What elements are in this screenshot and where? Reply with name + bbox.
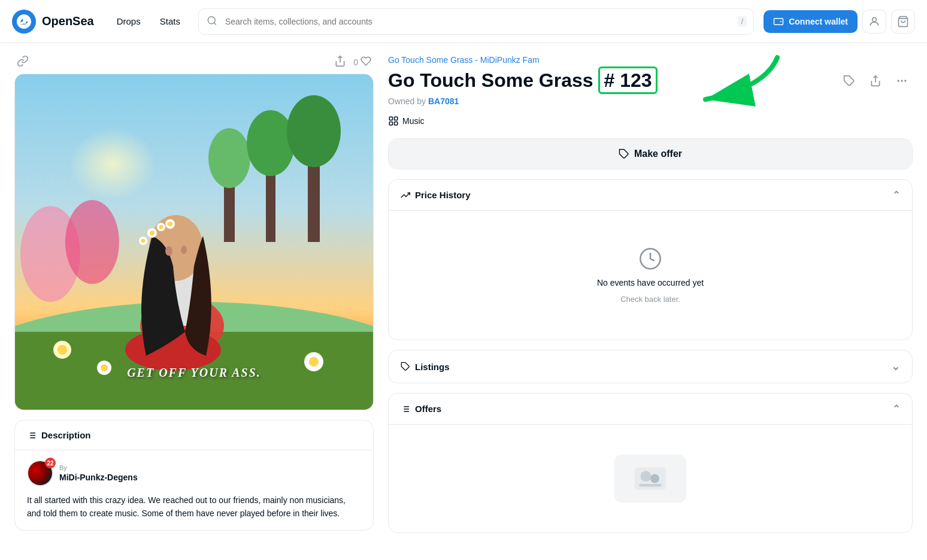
svg-rect-55 (389, 122, 392, 125)
svg-point-52 (904, 80, 906, 81)
item-number: # 123 (598, 66, 657, 94)
offers-icon (401, 404, 410, 414)
svg-point-12 (247, 110, 295, 176)
owned-row: Owned by BA7081 (388, 96, 913, 106)
item-title: Go Touch Some Grass # 123 (388, 69, 658, 92)
title-wrapper: Go Touch Some Grass # 123 (388, 69, 658, 92)
svg-point-40 (181, 246, 187, 254)
offers-section: Offers (388, 393, 913, 533)
svg-rect-69 (639, 484, 662, 487)
offers-label: Offers (415, 404, 441, 414)
svg-point-0 (208, 16, 215, 23)
nft-image-container: GET OFF YOUR ASS. (14, 74, 374, 410)
nav-drops[interactable]: Drops (108, 11, 149, 31)
left-top-bar: 0 (14, 55, 374, 69)
cart-button[interactable] (891, 10, 915, 34)
creator-info: By MiDi-Punkz-Degens (59, 464, 138, 482)
collection-link[interactable]: Go Touch Some Grass - MiDiPunkz Fam (388, 55, 540, 65)
description-title: Description (41, 430, 91, 440)
category-icon (388, 116, 399, 126)
svg-rect-53 (389, 117, 392, 120)
price-history-empty-main: No events have occurred yet (597, 278, 704, 287)
listings-icon (401, 362, 410, 371)
offers-chevron (892, 403, 900, 414)
price-history-body: No events have occurred yet Check back l… (389, 210, 912, 340)
price-history-header[interactable]: Price History (389, 180, 912, 210)
share-icon[interactable] (334, 55, 346, 69)
by-label: By (59, 464, 138, 471)
svg-point-14 (287, 95, 341, 167)
search-icon (207, 15, 217, 28)
owned-by-label: Owned by (388, 96, 426, 106)
price-history-section: Price History No events have occurred ye… (388, 179, 913, 340)
connect-wallet-button[interactable]: Connect wallet (764, 10, 858, 33)
svg-point-68 (650, 474, 659, 483)
header-actions: Connect wallet (764, 10, 915, 34)
clock-icon (638, 247, 662, 271)
svg-point-39 (165, 246, 172, 256)
price-history-empty: No events have occurred yet Check back l… (401, 223, 900, 328)
price-history-empty-sub: Check back later. (620, 295, 680, 304)
description-text: It all started with this crazy idea. We … (27, 494, 361, 520)
share-icon-right[interactable] (865, 70, 886, 92)
offers-header[interactable]: Offers (389, 393, 912, 424)
svg-point-50 (898, 80, 899, 81)
left-panel: 0 (14, 55, 374, 543)
heart-icon[interactable] (360, 56, 371, 68)
search-input[interactable] (198, 8, 754, 35)
category-row: Music (388, 116, 913, 126)
svg-point-36 (168, 222, 172, 226)
svg-point-32 (150, 231, 154, 235)
main-container: 0 (0, 43, 927, 555)
description-card: Description 22 By MiDi-Punkz-Degens It (14, 420, 374, 531)
category-label: Music (402, 116, 425, 126)
listings-label: Listings (415, 362, 450, 372)
like-count: 0 (353, 57, 358, 67)
svg-point-34 (159, 225, 163, 229)
offers-header-left: Offers (401, 404, 441, 414)
svg-point-8 (65, 200, 119, 284)
item-title-row: Go Touch Some Grass # 123 (388, 69, 913, 92)
listings-header[interactable]: Listings (389, 350, 912, 383)
svg-rect-54 (395, 117, 398, 120)
link-icon[interactable] (17, 55, 29, 69)
price-history-label: Price History (415, 190, 471, 200)
svg-point-2 (873, 17, 877, 22)
listings-section: Listings (388, 350, 913, 383)
logo[interactable]: OpenSea (12, 10, 94, 34)
nav-stats[interactable]: Stats (152, 11, 189, 31)
left-top-left (17, 55, 29, 69)
offers-empty (401, 437, 900, 520)
svg-point-20 (101, 364, 108, 371)
listings-chevron (891, 360, 900, 373)
logo-text: OpenSea (42, 14, 94, 28)
creator-row: 22 By MiDi-Punkz-Degens (27, 460, 361, 486)
header: OpenSea Drops Stats / Connect wallet (0, 0, 927, 43)
make-offer-section: Make offer (388, 138, 913, 169)
owner-link[interactable]: BA7081 (428, 96, 459, 106)
creator-name: MiDi-Punkz-Degens (59, 473, 138, 482)
main-nav: Drops Stats (108, 11, 189, 31)
offers-placeholder (614, 455, 686, 503)
search-kbd: / (738, 16, 747, 27)
creator-avatar-wrap: 22 (27, 460, 53, 486)
profile-button[interactable] (862, 10, 886, 34)
like-area: 0 (353, 56, 371, 68)
svg-point-51 (901, 80, 902, 81)
svg-point-10 (208, 128, 250, 188)
make-offer-button[interactable]: Make offer (389, 139, 912, 169)
price-history-header-left: Price History (401, 190, 471, 200)
description-body: 22 By MiDi-Punkz-Degens It all started w… (15, 450, 373, 530)
tag-icon[interactable] (838, 70, 860, 92)
svg-point-67 (641, 471, 652, 482)
right-actions (838, 70, 913, 92)
more-options-icon[interactable] (891, 70, 913, 92)
green-arrow-annotation (670, 52, 789, 125)
svg-point-18 (57, 345, 67, 355)
search-area: / (198, 8, 754, 35)
svg-point-26 (309, 357, 319, 367)
nft-artwork: GET OFF YOUR ASS. (15, 74, 373, 410)
offer-icon (619, 149, 629, 159)
logo-icon (12, 10, 36, 34)
listings-header-left: Listings (401, 362, 450, 372)
